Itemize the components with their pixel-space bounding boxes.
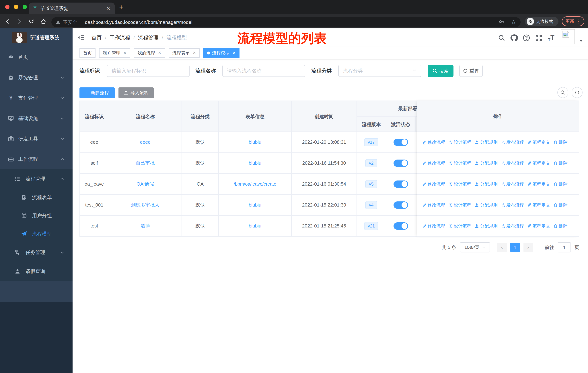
action-design[interactable]: 设计流程 — [448, 223, 471, 229]
sidebar-item-process-form[interactable]: 流程表单 — [0, 188, 73, 207]
tag-process-model[interactable]: 流程模型✕ — [203, 48, 239, 58]
sidebar-fold-icon[interactable] — [77, 33, 85, 41]
sidebar-item-system[interactable]: 系统管理 — [0, 67, 73, 88]
sidebar-item-process-model[interactable]: 流程模型 — [0, 225, 73, 243]
sidebar-logo[interactable]: 芋道管理系统 — [0, 30, 73, 45]
action-definition[interactable]: 流程定义 — [527, 139, 550, 145]
font-size-icon[interactable]: TT — [546, 33, 556, 43]
tag-tenant[interactable]: 租户管理✕ — [99, 48, 130, 58]
avatar-caret-icon[interactable] — [579, 40, 583, 42]
action-publish[interactable]: 发布流程 — [501, 181, 524, 187]
refresh-table-button[interactable] — [572, 87, 583, 98]
process-id-input[interactable] — [107, 65, 189, 77]
action-delete[interactable]: 删除 — [553, 160, 567, 166]
version-badge[interactable]: v4 — [365, 201, 377, 209]
form-link[interactable]: /bpm/oa/leave/create — [234, 181, 276, 187]
avatar[interactable] — [561, 29, 575, 44]
action-assign-rule[interactable]: 分配规则 — [475, 160, 498, 166]
action-publish[interactable]: 发布流程 — [501, 160, 524, 166]
fullscreen-icon[interactable] — [534, 33, 544, 43]
form-link[interactable]: biubiu — [249, 139, 261, 145]
action-definition[interactable]: 流程定义 — [527, 202, 550, 208]
sidebar-item-process-mgmt[interactable]: 流程管理 — [0, 169, 73, 188]
forward-icon[interactable] — [15, 17, 24, 26]
action-design[interactable]: 设计流程 — [448, 139, 471, 145]
breadcrumb-process-mgmt[interactable]: 流程管理 — [138, 34, 158, 41]
sidebar-item-task-mgmt[interactable]: 任务管理 — [0, 243, 73, 262]
action-design[interactable]: 设计流程 — [448, 202, 471, 208]
update-label[interactable]: 更新 — [565, 18, 574, 24]
sidebar-item-payment[interactable]: ¥ 支付管理 — [0, 88, 73, 108]
sidebar-item-infrastructure[interactable]: 基础设施 — [0, 108, 73, 129]
sidebar-item-leave-query[interactable]: 请假查询 — [0, 262, 73, 281]
reset-button[interactable]: 重置 — [459, 65, 483, 77]
reload-icon[interactable] — [27, 17, 36, 26]
tag-process-form[interactable]: 流程表单✕ — [168, 48, 200, 58]
new-tab-button[interactable]: + — [119, 3, 123, 11]
form-link[interactable]: biubiu — [249, 202, 261, 208]
action-edit[interactable]: 修改流程 — [422, 223, 445, 229]
update-button[interactable]: 更新 ⋮ — [562, 16, 584, 26]
action-design[interactable]: 设计流程 — [448, 160, 471, 166]
action-delete[interactable]: 删除 — [553, 202, 567, 208]
process-name-link[interactable]: 测试多审批人 — [131, 202, 159, 208]
breadcrumb-home[interactable]: 首页 — [92, 34, 102, 41]
close-icon[interactable]: ✕ — [158, 51, 161, 55]
sidebar-item-user-group[interactable]: 用户分组 — [0, 207, 73, 225]
process-name-link[interactable]: 滔博 — [141, 223, 150, 229]
security-chip[interactable]: 不安全 — [56, 19, 77, 26]
prev-page-button[interactable]: ‹ — [497, 242, 507, 252]
action-assign-rule[interactable]: 分配规则 — [475, 223, 498, 229]
page-size-select[interactable]: 10条/页 — [460, 242, 490, 252]
action-definition[interactable]: 流程定义 — [527, 181, 550, 187]
browser-tab[interactable]: 芋道管理系统 ✕ — [29, 2, 115, 14]
close-icon[interactable]: ✕ — [232, 51, 236, 55]
browser-menu-icon[interactable]: ⋮ — [576, 19, 581, 24]
action-definition[interactable]: 流程定义 — [527, 223, 550, 229]
version-badge[interactable]: v5 — [365, 180, 377, 188]
process-name-link[interactable]: OA 请假 — [136, 181, 154, 187]
breadcrumb-workflow[interactable]: 工作流程 — [110, 34, 130, 41]
action-definition[interactable]: 流程定义 — [527, 160, 550, 166]
action-delete[interactable]: 删除 — [553, 181, 567, 187]
url-text[interactable]: dashboard.yudao.iocoder.cn/bpm/manager/m… — [85, 20, 192, 25]
close-icon[interactable]: ✕ — [193, 51, 196, 55]
tag-home[interactable]: 首页 — [79, 48, 95, 58]
macos-zoom-button[interactable] — [23, 5, 27, 9]
macos-minimize-button[interactable] — [14, 5, 18, 9]
search-icon[interactable] — [497, 33, 506, 43]
close-icon[interactable]: ✕ — [123, 51, 126, 55]
tag-my-process[interactable]: 我的流程✕ — [134, 48, 165, 58]
action-edit[interactable]: 修改流程 — [422, 160, 445, 166]
help-icon[interactable] — [522, 33, 531, 43]
goto-page-input[interactable] — [558, 242, 571, 252]
active-toggle[interactable] — [394, 139, 408, 146]
action-edit[interactable]: 修改流程 — [422, 181, 445, 187]
action-publish[interactable]: 发布流程 — [501, 223, 524, 229]
process-category-select[interactable]: 流程分类 — [338, 65, 421, 77]
bookmark-star-icon[interactable]: ☆ — [511, 19, 516, 25]
version-badge[interactable]: v21 — [364, 222, 378, 230]
tab-close-icon[interactable]: ✕ — [105, 5, 111, 11]
action-edit[interactable]: 修改流程 — [422, 202, 445, 208]
import-process-button[interactable]: 导入流程 — [118, 87, 154, 98]
sidebar-item-workflow[interactable]: 工作流程 — [0, 149, 73, 169]
process-name-link[interactable]: 自己审批 — [136, 160, 155, 166]
key-icon[interactable] — [499, 19, 505, 26]
home-icon[interactable] — [39, 17, 48, 26]
action-edit[interactable]: 修改流程 — [422, 139, 445, 145]
active-toggle[interactable] — [394, 202, 408, 209]
action-delete[interactable]: 删除 — [553, 223, 567, 229]
create-process-button[interactable]: + 新建流程 — [79, 87, 115, 98]
sidebar-item-devtools[interactable]: 研发工具 — [0, 129, 73, 149]
github-icon[interactable] — [509, 33, 519, 43]
sidebar-item-home[interactable]: 首页 — [0, 47, 73, 67]
action-design[interactable]: 设计流程 — [448, 181, 471, 187]
action-publish[interactable]: 发布流程 — [501, 202, 524, 208]
action-delete[interactable]: 删除 — [553, 139, 567, 145]
action-assign-rule[interactable]: 分配规则 — [475, 181, 498, 187]
search-button[interactable]: 搜索 — [428, 65, 453, 77]
action-assign-rule[interactable]: 分配规则 — [475, 139, 498, 145]
active-toggle[interactable] — [394, 222, 408, 230]
address-bar[interactable]: 不安全 dashboard.yudao.iocoder.cn/bpm/manag… — [51, 17, 521, 27]
